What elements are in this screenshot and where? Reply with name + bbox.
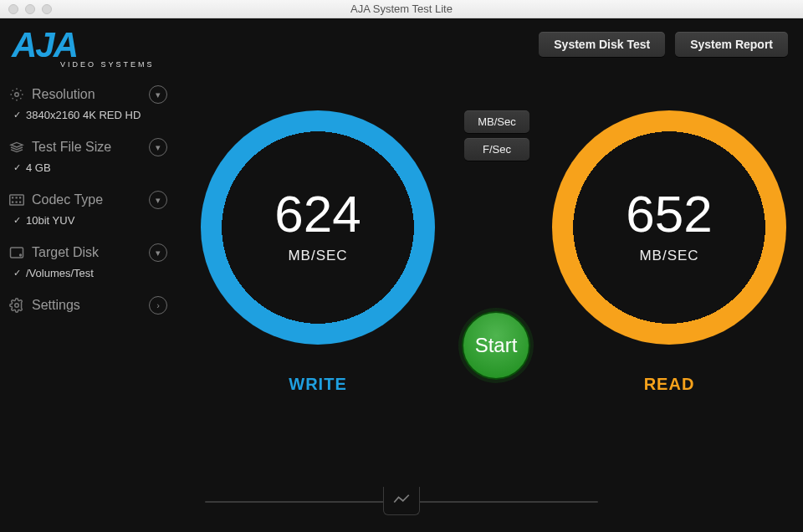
svg-rect-7 [19,202,21,203]
chevron-down-icon: ▾ [149,191,167,209]
app-body: AJA VIDEO SYSTEMS System Disk Test Syste… [0,18,803,532]
write-value: 624 [201,184,435,243]
sidebar-filesize-value: 4 GB [26,161,51,174]
sidebar-resolution-label: Resolution [32,87,142,102]
disk-icon [8,245,25,260]
svg-point-0 [15,93,19,97]
tray-bar [419,501,598,503]
sidebar-item-test-file-size[interactable]: Test File Size ▾ [8,135,167,160]
sidebar-settings-label: Settings [32,298,142,313]
brand-logo: AJA VIDEO SYSTEMS [12,25,155,69]
zoom-icon[interactable] [42,4,52,14]
window-traffic-lights[interactable] [0,4,52,14]
layers-icon [8,140,25,155]
sidebar: Resolution ▾ ✓ 3840x2160 4K RED HD Test … [8,82,167,323]
sidebar-codec-value: 10bit YUV [26,214,74,227]
brand-subtitle: VIDEO SYSTEMS [60,60,155,69]
svg-rect-5 [12,202,13,203]
read-unit: MB/SEC [552,248,786,264]
check-icon: ✓ [13,268,21,279]
film-icon [8,192,25,207]
svg-rect-6 [16,202,18,203]
read-gauge: 652 MB/SEC [552,110,786,345]
start-button-label: Start [475,334,518,357]
write-unit: MB/SEC [201,248,435,264]
gauges-area: 624 MB/SEC WRITE 652 MB/SEC READ MB/Sec … [192,102,786,457]
system-disk-test-button[interactable]: System Disk Test [539,32,665,57]
minimize-icon[interactable] [25,4,35,14]
chevron-down-icon: ▾ [149,138,167,156]
check-icon: ✓ [13,162,21,173]
check-icon: ✓ [13,215,21,226]
chart-icon [392,494,411,509]
window-title: AJA System Test Lite [0,3,803,15]
check-icon: ✓ [13,110,21,120]
sidebar-item-codec-type[interactable]: Codec Type ▾ [8,187,167,212]
system-report-button[interactable]: System Report [675,32,788,57]
brand-name: AJA [12,25,77,64]
unit-toggle: MB/Sec F/Sec [464,110,529,161]
settings-icon [8,298,25,313]
gear-icon [8,87,25,102]
sidebar-targetdisk-label: Target Disk [32,245,142,260]
close-icon[interactable] [8,4,18,14]
svg-rect-1 [10,195,24,205]
svg-rect-2 [12,197,13,198]
write-label: WRITE [201,375,435,394]
write-gauge: 624 MB/SEC [201,110,435,345]
chevron-right-icon: › [149,296,167,315]
tray-bar [205,501,384,503]
sidebar-resolution-value: 3840x2160 4K RED HD [26,109,141,121]
sidebar-filesize-label: Test File Size [32,140,142,155]
svg-point-10 [15,304,19,308]
chevron-down-icon: ▾ [149,243,167,262]
start-button[interactable]: Start [462,311,530,380]
graph-toggle-tab[interactable] [383,487,420,515]
macos-titlebar: AJA System Test Lite [0,0,803,18]
sidebar-item-target-disk[interactable]: Target Disk ▾ [8,240,167,265]
chevron-down-icon: ▾ [149,85,167,104]
svg-point-9 [20,254,22,256]
read-value: 652 [552,184,786,243]
read-label: READ [552,375,786,394]
svg-rect-3 [16,197,18,198]
unit-mbsec-button[interactable]: MB/Sec [464,110,529,133]
unit-fsec-button[interactable]: F/Sec [464,138,529,161]
sidebar-item-resolution[interactable]: Resolution ▾ [8,82,167,107]
bottom-tray [205,487,598,517]
svg-rect-4 [19,197,21,198]
sidebar-codec-label: Codec Type [32,192,142,207]
sidebar-item-settings[interactable]: Settings › [8,293,167,318]
sidebar-targetdisk-value: /Volumes/Test [26,267,94,279]
